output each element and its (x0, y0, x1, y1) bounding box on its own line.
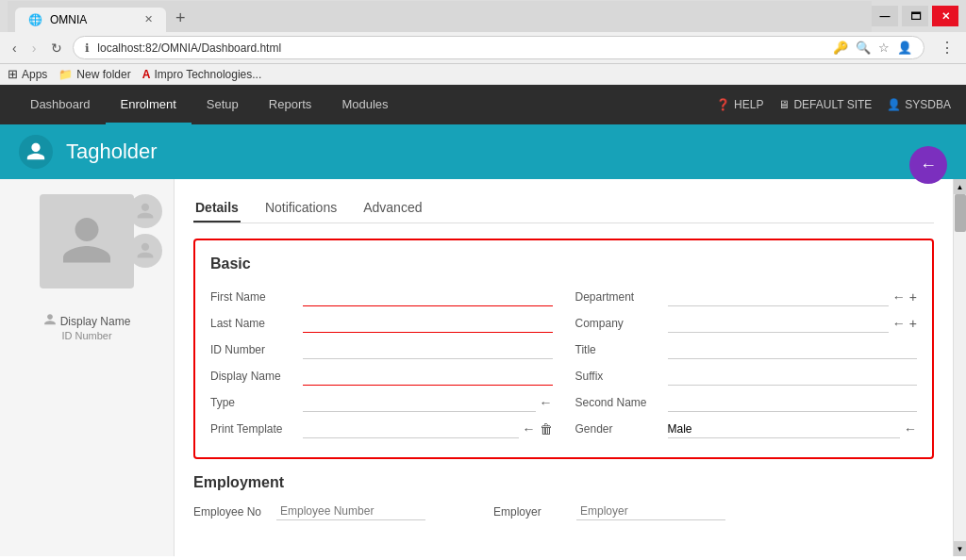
gender-row: Gender ← (575, 416, 918, 442)
title-row: Title (575, 337, 918, 363)
suffix-row: Suffix (575, 363, 918, 389)
back-arrow-icon: ← (920, 156, 937, 175)
title-label: Title (575, 343, 660, 356)
bookmark-folder-label: New folder (76, 68, 130, 81)
nav-reports[interactable]: Reports (254, 86, 327, 124)
company-plus-icon[interactable]: + (909, 316, 917, 331)
employer-label: Employer (493, 505, 569, 519)
first-name-label: First Name (210, 290, 295, 304)
tab-close-btn[interactable]: ✕ (144, 13, 153, 25)
first-name-input[interactable] (303, 288, 553, 306)
sidebar-display-name: Display Name (60, 315, 131, 328)
type-arrow-icon[interactable]: ← (540, 395, 553, 410)
user-account-icon[interactable]: 👤 (897, 41, 912, 55)
print-template-input[interactable] (303, 420, 519, 438)
id-number-row: ID Number (210, 337, 553, 363)
department-plus-icon[interactable]: + (909, 289, 917, 305)
tab-title-text: OMNIA (50, 13, 87, 26)
employee-no-field: Employee No (193, 502, 425, 520)
print-template-row: Print Template ← 🗑 (210, 416, 553, 442)
company-label: Company (575, 317, 660, 330)
star-icon[interactable]: ☆ (878, 41, 890, 55)
sidebar-id-number: ID Number (61, 330, 111, 341)
scroll-up-button[interactable]: ▲ (954, 179, 966, 194)
window-maximize-button[interactable]: 🗖 (902, 6, 928, 26)
user-label: SYSDBA (905, 98, 951, 111)
employer-input[interactable] (576, 502, 725, 520)
reload-button[interactable]: ↻ (46, 39, 67, 58)
address-text[interactable]: localhost:82/OMNIA/Dashboard.html (97, 41, 825, 55)
second-name-input[interactable] (668, 394, 918, 412)
company-input[interactable] (668, 315, 889, 333)
scrollbar[interactable]: ▲ ▼ (953, 179, 966, 556)
window-close-button[interactable]: ✕ (932, 6, 958, 26)
last-name-label: Last Name (210, 317, 295, 330)
default-site-button[interactable]: 🖥 DEFAULT SITE (778, 98, 872, 111)
department-arrow-icon[interactable]: ← (892, 289, 906, 305)
help-label: HELP (734, 98, 763, 111)
nav-enrolment[interactable]: Enrolment (106, 86, 192, 124)
type-input[interactable] (303, 394, 536, 412)
user-icon: 👤 (887, 98, 901, 111)
gender-arrow-icon[interactable]: ← (904, 421, 917, 436)
new-tab-button[interactable]: + (166, 5, 195, 32)
department-input[interactable] (668, 288, 889, 306)
app-navigation: Dashboard Enrolment Setup Reports Module… (0, 85, 966, 124)
help-icon: ❓ (716, 98, 730, 111)
user-account-button[interactable]: 👤 SYSDBA (887, 98, 951, 111)
scroll-down-button[interactable]: ▼ (954, 541, 966, 556)
department-row: Department ← + (575, 284, 918, 310)
second-name-row: Second Name (575, 389, 918, 416)
id-number-label: ID Number (210, 343, 295, 356)
company-arrow-icon[interactable]: ← (892, 316, 906, 331)
tab-notifications[interactable]: Notifications (263, 194, 339, 222)
tab-advanced[interactable]: Advanced (361, 194, 424, 222)
menu-icon[interactable]: ⋮ (936, 37, 958, 58)
nav-modules[interactable]: Modules (326, 86, 403, 124)
second-name-label: Second Name (575, 396, 660, 409)
department-label: Department (575, 290, 660, 304)
forward-navigation-button[interactable]: › (27, 39, 42, 58)
employee-no-input[interactable] (276, 502, 425, 520)
display-name-label: Display Name (210, 370, 295, 383)
id-number-input[interactable] (303, 341, 553, 359)
main-avatar (40, 194, 134, 288)
sidebar: Display Name ID Number (0, 179, 175, 556)
employer-field: Employer (493, 502, 725, 520)
basic-section-title: Basic (210, 255, 917, 272)
back-button[interactable]: ← (909, 146, 947, 184)
print-template-delete-icon[interactable]: 🗑 (540, 421, 553, 436)
window-minimize-button[interactable]: — (872, 6, 898, 26)
bookmark-apps-label: Apps (22, 68, 47, 81)
last-name-row: Last Name (210, 310, 553, 337)
nav-dashboard[interactable]: Dashboard (15, 86, 106, 124)
nav-setup[interactable]: Setup (192, 86, 254, 124)
display-name-row: Display Name (210, 363, 553, 389)
suffix-input[interactable] (668, 368, 918, 386)
print-template-label: Print Template (210, 422, 295, 436)
folder-icon: 📁 (58, 68, 73, 81)
bookmark-impro[interactable]: A Impro Technologies... (142, 68, 262, 81)
scroll-thumb[interactable] (955, 194, 966, 232)
employment-section: Employment Employee No Employer (193, 474, 934, 528)
title-input[interactable] (668, 341, 918, 359)
company-row: Company ← + (575, 310, 918, 337)
tab-favicon: 🌐 (28, 13, 42, 26)
last-name-input[interactable] (303, 315, 553, 333)
employment-section-title: Employment (193, 474, 934, 491)
bookmark-apps[interactable]: ⊞ Apps (8, 67, 47, 81)
tab-details[interactable]: Details (193, 194, 241, 222)
content-area: Details Notifications Advanced Basic Fir… (175, 179, 953, 556)
key-icon: 🔑 (833, 41, 848, 55)
type-row: Type ← (210, 389, 553, 416)
gender-input[interactable] (668, 420, 901, 438)
print-template-arrow-icon[interactable]: ← (523, 421, 536, 436)
back-navigation-button[interactable]: ‹ (8, 39, 22, 58)
search-icon[interactable]: 🔍 (856, 41, 871, 55)
help-button[interactable]: ❓ HELP (716, 98, 763, 111)
browser-tab[interactable]: 🌐 OMNIA ✕ (15, 8, 166, 32)
bookmark-new-folder[interactable]: 📁 New folder (58, 68, 130, 81)
type-label: Type (210, 396, 295, 409)
employee-no-label: Employee No (193, 505, 269, 519)
display-name-input[interactable] (303, 368, 553, 386)
